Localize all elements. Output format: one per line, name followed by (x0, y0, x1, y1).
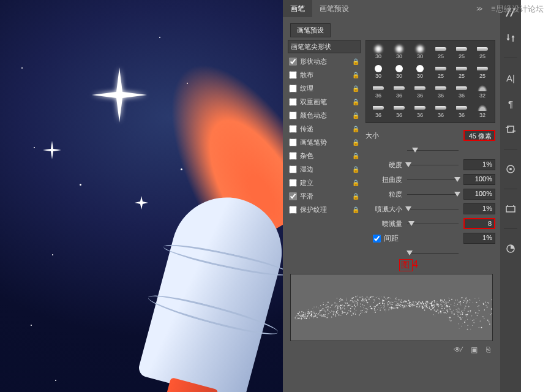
opt-transfer[interactable]: 传递🔒 (288, 122, 361, 135)
lock-icon[interactable]: 🔒 (352, 99, 359, 105)
size-value[interactable]: 45 像素 (463, 130, 495, 141)
tab-brush-preset[interactable]: 画笔预设 (312, 0, 356, 18)
lock-icon[interactable]: 🔒 (352, 206, 359, 213)
opt-check[interactable] (289, 125, 297, 133)
svg-point-354 (373, 296, 375, 297)
opt-brush-pose[interactable]: 画笔笔势🔒 (288, 135, 361, 149)
svg-point-699 (446, 301, 446, 301)
tab-brush[interactable]: 画笔 (283, 0, 312, 18)
brush-thumb[interactable]: 36 (369, 82, 388, 100)
brush-thumb[interactable]: 25 (473, 62, 492, 81)
opt-check[interactable] (289, 85, 297, 92)
brush-thumb[interactable]: 36 (452, 82, 471, 100)
lock-icon[interactable]: 🔒 (352, 126, 359, 132)
character-panel-icon[interactable]: A| (502, 69, 519, 86)
library-panel-icon[interactable] (502, 200, 519, 217)
opt-check[interactable] (289, 179, 297, 187)
brush-thumb[interactable]: 32 (473, 82, 492, 100)
paragraph-panel-icon[interactable]: ¶ (502, 95, 519, 112)
slider-value[interactable]: 100% (463, 174, 495, 185)
slider-value[interactable]: 1% (463, 203, 495, 214)
spacing-slider[interactable] (365, 246, 495, 260)
opt-texture[interactable]: 纹理🔒 (288, 81, 361, 95)
brush-thumb[interactable]: 36 (431, 102, 451, 120)
opt-check[interactable] (289, 98, 297, 106)
opt-check[interactable] (289, 58, 297, 66)
brush-thumb[interactable]: 36 (369, 102, 388, 120)
size-slider[interactable] (365, 143, 495, 157)
opt-buildup[interactable]: 建立🔒 (288, 176, 361, 189)
brush-thumb[interactable]: 30 (369, 62, 388, 81)
svg-point-461 (391, 304, 392, 305)
opt-check[interactable] (289, 165, 297, 173)
brush-thumb[interactable]: 36 (431, 82, 451, 100)
slider-扭曲度[interactable]: 扭曲度100% (365, 172, 495, 187)
svg-point-78 (305, 318, 306, 318)
opt-shape-dynamics[interactable]: 形状动态🔒 (288, 55, 361, 68)
opt-check[interactable] (289, 206, 297, 214)
opt-check[interactable] (289, 71, 297, 79)
slider-value[interactable]: 100% (463, 189, 495, 200)
swap-icon[interactable] (502, 29, 519, 47)
slider-硬度[interactable]: 硬度1% (365, 157, 495, 172)
brush-thumb[interactable]: 36 (389, 102, 409, 120)
opt-scattering[interactable]: 散布🔒 (288, 68, 361, 81)
opt-wet-edges[interactable]: 湿边🔒 (288, 162, 361, 176)
slider-value[interactable]: 1% (463, 159, 495, 170)
lock-icon[interactable]: 🔒 (352, 58, 359, 65)
lock-icon[interactable]: 🔒 (352, 112, 359, 119)
lock-icon[interactable]: 🔒 (352, 166, 359, 173)
opt-check[interactable] (289, 152, 297, 160)
slider-喷溅量[interactable]: 喷溅量8 (365, 216, 495, 231)
new-preset-icon[interactable]: ⎘ (486, 345, 490, 354)
opt-check[interactable] (289, 192, 297, 200)
collapse-chevrons-icon[interactable]: >> (471, 3, 486, 15)
brush-thumb-grid[interactable]: 3030302525253030302525253636363636323636… (365, 40, 495, 123)
brush-tip-shape-row[interactable]: 画笔笔尖形状 (288, 40, 361, 53)
slider-粒度[interactable]: 粒度100% (365, 187, 495, 202)
opt-color-dynamics[interactable]: 颜色动态🔒 (288, 108, 361, 122)
brush-preset-button[interactable]: 画笔预设 (290, 23, 331, 37)
crop-panel-icon[interactable] (502, 121, 519, 138)
opt-check[interactable] (289, 111, 297, 119)
brush-thumb[interactable]: 30 (389, 43, 409, 61)
toggle-preview-icon[interactable]: 👁⁄ (454, 345, 462, 354)
svg-point-759 (467, 304, 467, 304)
brush-thumb[interactable]: 25 (452, 43, 471, 61)
svg-point-808 (449, 317, 451, 318)
brush-thumb[interactable]: 30 (410, 43, 430, 61)
lock-icon[interactable]: 🔒 (352, 85, 359, 92)
slider-value[interactable]: 8 (463, 218, 495, 229)
brush-thumb[interactable]: 36 (389, 82, 409, 100)
cc-libraries-icon[interactable] (502, 160, 519, 178)
slider-喷溅大小[interactable]: 喷溅大小1% (365, 202, 495, 216)
brush-thumb[interactable]: 32 (473, 102, 492, 120)
lock-icon[interactable]: 🔒 (352, 72, 359, 78)
lock-icon[interactable]: 🔒 (352, 193, 359, 200)
another-panel-icon[interactable] (502, 240, 519, 257)
svg-point-235 (335, 305, 336, 306)
spacing-value[interactable]: 1% (463, 233, 495, 244)
brush-thumb[interactable]: 25 (473, 43, 492, 61)
opt-check[interactable] (289, 138, 297, 146)
lock-icon[interactable]: 🔒 (352, 139, 359, 146)
new-brush-icon[interactable]: ▣ (471, 345, 478, 354)
svg-point-886 (462, 311, 463, 311)
opt-protect-texture[interactable]: 保护纹理🔒 (288, 203, 361, 216)
brush-thumb[interactable]: 36 (452, 102, 471, 120)
lock-icon[interactable]: 🔒 (352, 179, 359, 186)
brush-thumb[interactable]: 30 (410, 62, 430, 81)
brush-thumb[interactable]: 25 (431, 62, 451, 81)
opt-noise[interactable]: 杂色🔒 (288, 149, 361, 162)
spacing-check[interactable] (373, 235, 381, 243)
opt-dual-brush[interactable]: 双重画笔🔒 (288, 95, 361, 108)
svg-point-398 (392, 301, 392, 302)
brush-thumb[interactable]: 30 (369, 43, 388, 61)
brush-thumb[interactable]: 36 (410, 102, 430, 120)
lock-icon[interactable]: 🔒 (352, 153, 359, 159)
brush-thumb[interactable]: 25 (452, 62, 471, 81)
brush-thumb[interactable]: 25 (431, 43, 451, 61)
brush-thumb[interactable]: 36 (410, 82, 430, 100)
brush-thumb[interactable]: 30 (389, 62, 409, 81)
opt-smoothing[interactable]: 平滑🔒 (288, 189, 361, 203)
